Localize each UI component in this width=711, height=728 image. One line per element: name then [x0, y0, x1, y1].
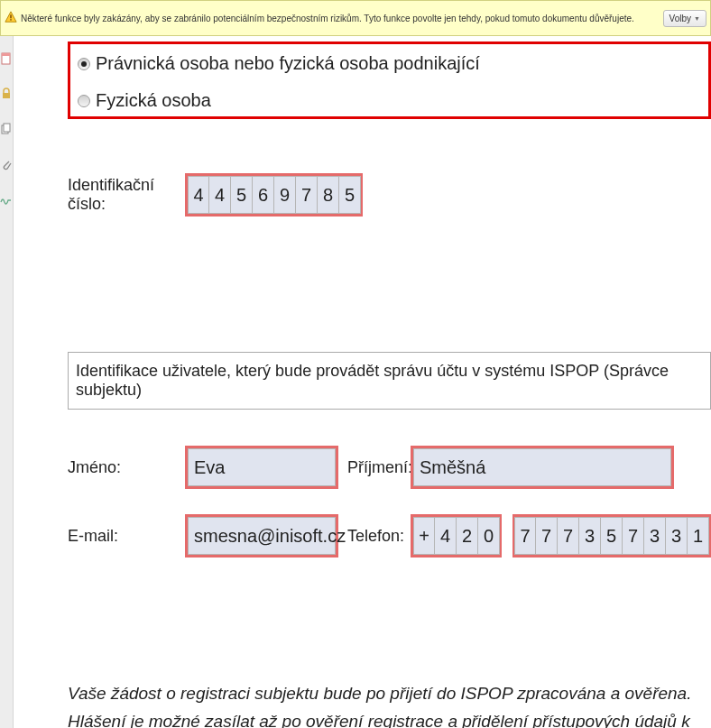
phone-digit[interactable]: 3 — [579, 517, 601, 555]
options-button[interactable]: Volby ▼ — [663, 10, 706, 27]
left-sidebar — [0, 36, 14, 728]
section-header-user: Identifikace uživatele, který bude prová… — [68, 352, 711, 410]
options-button-label: Volby — [669, 14, 691, 23]
signature-icon[interactable] — [0, 193, 13, 206]
ico-digit[interactable]: 5 — [339, 176, 361, 214]
radio-icon — [78, 95, 90, 107]
phone-prefix-field[interactable]: + 4 2 0 — [411, 514, 502, 558]
ico-digit[interactable]: 5 — [231, 176, 253, 214]
email-label: E-mail: — [68, 527, 185, 546]
security-warning-bar: Některé funkce byly zakázány, aby se zab… — [0, 0, 711, 36]
attachment-icon[interactable] — [0, 158, 13, 170]
registration-note: Vaše žádost o registraci subjektu bude p… — [68, 679, 711, 728]
phone-digit[interactable]: 3 — [666, 517, 688, 555]
svg-rect-4 — [2, 53, 10, 56]
last-name-field[interactable]: Směšná — [413, 448, 671, 486]
phone-digit[interactable]: 7 — [514, 517, 536, 555]
ico-digit[interactable]: 9 — [274, 176, 296, 214]
phone-digit[interactable]: 4 — [435, 517, 457, 555]
subject-type-box: Právnická osoba nebo fyzická osoba podni… — [68, 41, 711, 119]
last-name-field-wrap: Směšná — [411, 446, 674, 489]
ico-digit[interactable]: 4 — [209, 176, 231, 214]
chevron-down-icon: ▼ — [694, 15, 700, 22]
svg-rect-1 — [10, 14, 11, 18]
first-name-label: Jméno: — [68, 458, 185, 477]
radio-icon — [78, 58, 90, 70]
ico-label: Identifikační číslo: — [68, 176, 185, 214]
phone-digit[interactable]: 7 — [558, 517, 579, 555]
warning-icon — [5, 11, 17, 25]
radio-legal-entity[interactable]: Právnická osoba nebo fyzická osoba podni… — [78, 53, 701, 74]
ico-digit[interactable]: 7 — [296, 176, 318, 214]
phone-digit[interactable]: 1 — [688, 517, 709, 555]
radio-label: Fyzická osoba — [96, 90, 211, 111]
radio-label: Právnická osoba nebo fyzická osoba podni… — [96, 53, 480, 74]
first-name-field[interactable]: Eva — [188, 448, 336, 486]
phone-label: Telefon: — [338, 527, 411, 546]
phone-digit[interactable]: 7 — [623, 517, 644, 555]
radio-natural-person[interactable]: Fyzická osoba — [78, 90, 701, 111]
ico-field[interactable]: 4 4 5 6 9 7 8 5 — [185, 173, 363, 217]
phone-digit[interactable]: 2 — [457, 517, 478, 555]
phone-digit[interactable]: 7 — [536, 517, 558, 555]
phone-digit[interactable]: + — [413, 517, 435, 555]
svg-rect-5 — [3, 93, 10, 98]
ico-digit[interactable]: 6 — [253, 176, 274, 214]
email-field-wrap: smesna@inisoft.cz — [185, 514, 338, 558]
page-icon[interactable] — [0, 52, 13, 65]
first-name-field-wrap: Eva — [185, 446, 338, 489]
last-name-label: Příjmení: — [338, 458, 411, 477]
lock-icon[interactable] — [0, 88, 13, 100]
svg-rect-7 — [4, 124, 10, 132]
copy-icon[interactable] — [0, 123, 13, 135]
phone-digit[interactable]: 5 — [601, 517, 623, 555]
phone-number-field[interactable]: 7 7 7 3 5 7 3 3 1 — [512, 514, 711, 558]
ico-digit[interactable]: 4 — [188, 176, 209, 214]
warning-text: Některé funkce byly zakázány, aby se zab… — [21, 14, 634, 23]
phone-digit[interactable]: 3 — [644, 517, 666, 555]
email-field[interactable]: smesna@inisoft.cz — [188, 517, 336, 555]
ico-digit[interactable]: 8 — [318, 176, 339, 214]
svg-rect-2 — [10, 19, 11, 20]
phone-digit[interactable]: 0 — [478, 517, 500, 555]
